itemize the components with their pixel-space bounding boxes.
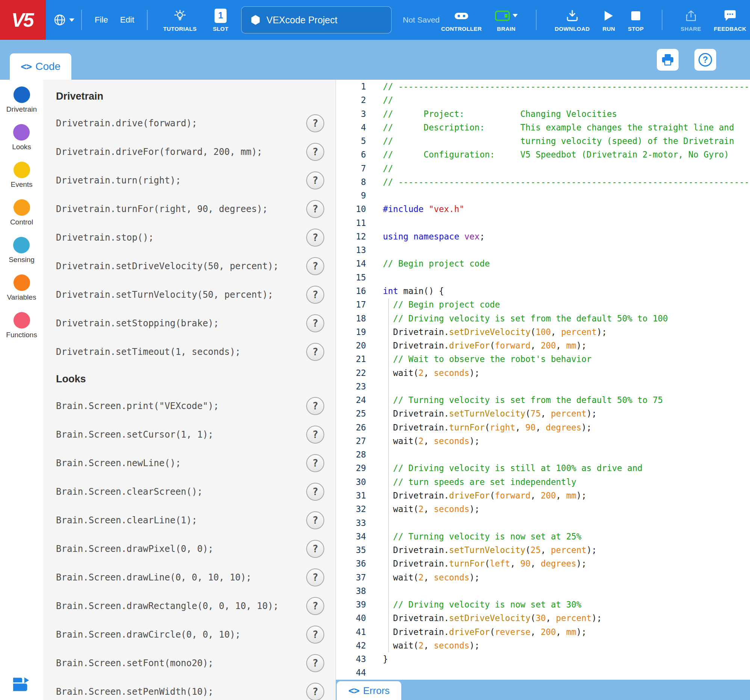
code-line[interactable]: 26 Drivetrain.turnFor(right, 90, degrees… (336, 421, 750, 434)
code-line[interactable]: 30 // turn speeds are set independently (336, 475, 750, 489)
command-help-button[interactable]: ? (306, 257, 324, 275)
code-line[interactable]: 21 // Wait to observe the robot's behavi… (336, 352, 750, 366)
category-dot[interactable] (13, 237, 30, 253)
command-help-button[interactable]: ? (306, 397, 324, 415)
tab-errors[interactable]: <> Errors (337, 681, 401, 700)
command-help-button[interactable]: ? (306, 200, 324, 218)
code-line[interactable]: 40 Drivetrain.setDriveVelocity(30, perce… (336, 611, 750, 625)
code-line[interactable]: 1// ------------------------------------… (336, 80, 750, 93)
code-line[interactable]: 2// (336, 93, 750, 107)
command-item[interactable]: Brain.Screen.clearScreen();? (43, 477, 335, 506)
controller-button[interactable]: CONTROLLER (440, 0, 483, 40)
command-text[interactable]: Drivetrain.driveFor(forward, 200, mm); (56, 147, 262, 157)
code-line[interactable]: 9 (336, 189, 750, 202)
command-help-button[interactable]: ? (306, 511, 324, 529)
command-text[interactable]: Drivetrain.setStopping(brake); (56, 318, 219, 329)
category-dot[interactable] (14, 312, 30, 329)
run-button[interactable]: RUN (601, 0, 616, 40)
sidebar-item-variables[interactable]: Variables (7, 274, 37, 302)
command-item[interactable]: Brain.Screen.drawPixel(0, 0);? (43, 535, 335, 563)
category-dot[interactable] (14, 199, 30, 216)
code-line[interactable]: 27 wait(2, seconds); (336, 434, 750, 448)
command-help-button[interactable]: ? (306, 540, 324, 558)
blocks-toggle-button[interactable] (12, 676, 32, 695)
code-line[interactable]: 5// turning velocity (speed) of the Driv… (336, 134, 750, 148)
file-menu[interactable]: File (89, 0, 114, 40)
tutorials-button[interactable]: TUTORIALS (158, 0, 201, 40)
code-line[interactable]: 23 (336, 380, 750, 393)
command-text[interactable]: Brain.Screen.setCursor(1, 1); (56, 429, 214, 440)
code-line[interactable]: 39 // Driving velocity is now set at 30% (336, 598, 750, 611)
command-help-button[interactable]: ? (306, 286, 324, 304)
print-button[interactable] (657, 49, 679, 71)
command-item[interactable]: Drivetrain.setDriveVelocity(50, percent)… (43, 252, 335, 280)
command-item[interactable]: Brain.Screen.clearLine(1);? (43, 506, 335, 535)
command-text[interactable]: Drivetrain.turn(right); (56, 175, 181, 186)
help-button[interactable]: ? (695, 49, 716, 71)
code-line[interactable]: 41 Drivetrain.driveFor(reverse, 200, mm)… (336, 625, 750, 639)
command-help-button[interactable]: ? (306, 683, 324, 700)
language-button[interactable] (53, 14, 74, 26)
code-line[interactable]: 15 (336, 271, 750, 284)
command-item[interactable]: Brain.Screen.newLine();? (43, 449, 335, 477)
command-text[interactable]: Drivetrain.setDriveVelocity(50, percent)… (56, 261, 278, 271)
command-text[interactable]: Drivetrain.drive(forward); (56, 118, 197, 129)
code-line[interactable]: 8// ------------------------------------… (336, 175, 750, 189)
code-line[interactable]: 11 (336, 216, 750, 230)
code-line[interactable]: 37 wait(2, seconds); (336, 571, 750, 584)
code-line[interactable]: 36 Drivetrain.turnFor(left, 90, degrees)… (336, 557, 750, 570)
edit-menu[interactable]: Edit (114, 0, 140, 40)
code-line[interactable]: 19 Drivetrain.setDriveVelocity(100, perc… (336, 325, 750, 339)
command-text[interactable]: Drivetrain.setTurnVelocity(50, percent); (56, 289, 273, 300)
command-item[interactable]: Drivetrain.turn(right);? (43, 166, 335, 195)
command-text[interactable]: Drivetrain.setTimeout(1, seconds); (56, 347, 240, 357)
command-item[interactable]: Drivetrain.drive(forward);? (43, 109, 335, 138)
slot-button[interactable]: 1 SLOT (211, 0, 230, 40)
code-line[interactable]: 20 Drivetrain.driveFor(forward, 200, mm)… (336, 339, 750, 352)
command-help-button[interactable]: ? (306, 114, 324, 132)
code-line[interactable]: 6// Configuration: V5 Speedbot (Drivetra… (336, 148, 750, 161)
code-line[interactable]: 3// Project: Changing Velocities (336, 107, 750, 121)
command-item[interactable]: Brain.Screen.print("VEXcode");? (43, 392, 335, 420)
category-dot[interactable] (14, 86, 30, 103)
command-item[interactable]: Brain.Screen.drawLine(0, 0, 10, 10);? (43, 563, 335, 592)
command-item[interactable]: Brain.Screen.setFont(mono20);? (43, 649, 335, 677)
feedback-button[interactable]: FEEDBACK (712, 0, 748, 40)
project-name-box[interactable]: VEXcode Project (241, 6, 392, 34)
command-text[interactable]: Brain.Screen.drawLine(0, 0, 10, 10); (56, 572, 251, 583)
code-line[interactable]: 18 // Driving velocity is set from the d… (336, 312, 750, 325)
code-line[interactable]: 16int main() { (336, 284, 750, 298)
code-line[interactable]: 12using namespace vex; (336, 230, 750, 243)
code-line[interactable]: 24 // Turning velocity is set from the d… (336, 393, 750, 407)
command-item[interactable]: Drivetrain.setStopping(brake);? (43, 309, 335, 338)
code-line[interactable]: 4// Description: This example changes th… (336, 121, 750, 134)
command-help-button[interactable]: ? (306, 626, 324, 644)
code-line[interactable]: 25 Drivetrain.setTurnVelocity(75, percen… (336, 407, 750, 420)
code-line[interactable]: 7// (336, 162, 750, 175)
command-item[interactable]: Drivetrain.driveFor(forward, 200, mm);? (43, 138, 335, 166)
code-line[interactable]: 34 // Turning velocity is now set at 25% (336, 530, 750, 543)
command-help-button[interactable]: ? (306, 483, 324, 501)
command-text[interactable]: Brain.Screen.drawRectangle(0, 0, 10, 10)… (56, 601, 278, 611)
code-line[interactable]: 13 (336, 243, 750, 257)
code-line[interactable]: 33 (336, 516, 750, 530)
code-line[interactable]: 35 Drivetrain.setTurnVelocity(25, percen… (336, 543, 750, 557)
category-dot[interactable] (13, 124, 30, 141)
code-line[interactable]: 32 wait(2, seconds); (336, 502, 750, 516)
command-item[interactable]: Drivetrain.stop();? (43, 223, 335, 252)
sidebar-item-events[interactable]: Events (11, 162, 32, 189)
command-item[interactable]: Drivetrain.turnFor(right, 90, degrees);? (43, 195, 335, 223)
command-text[interactable]: Brain.Screen.clearScreen(); (56, 486, 203, 497)
code-line[interactable]: 42 wait(2, seconds); (336, 639, 750, 652)
brain-button[interactable]: BRAIN (493, 0, 519, 40)
stop-button[interactable]: STOP (626, 0, 645, 40)
command-text[interactable]: Drivetrain.turnFor(right, 90, degrees); (56, 204, 268, 214)
tab-code[interactable]: <> Code (10, 53, 71, 80)
command-text[interactable]: Brain.Screen.setPenWidth(10); (56, 686, 214, 697)
code-line[interactable]: 28 (336, 448, 750, 461)
code-line[interactable]: 10#include "vex.h" (336, 202, 750, 216)
code-line[interactable]: 29 // Driving velocity is still at 100% … (336, 461, 750, 475)
command-help-button[interactable]: ? (306, 597, 324, 615)
command-text[interactable]: Drivetrain.stop(); (56, 232, 154, 243)
sidebar-item-functions[interactable]: Functions (6, 312, 37, 339)
